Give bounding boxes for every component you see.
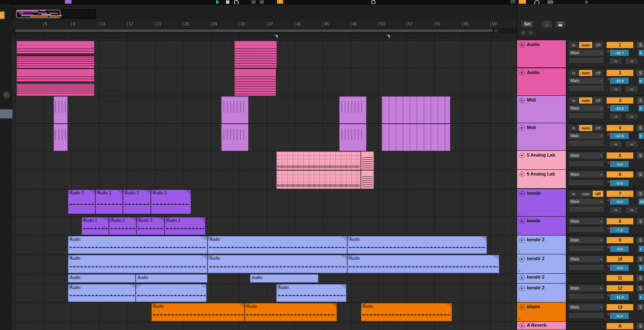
scrollbar-handle[interactable] xyxy=(15,29,493,32)
track-title-block[interactable]: bendir≡ xyxy=(517,189,566,217)
volume-value[interactable]: -3.6 xyxy=(610,265,629,271)
track-number[interactable]: 8 xyxy=(607,218,633,224)
audio-clip[interactable] xyxy=(221,96,249,124)
solo-button[interactable]: S xyxy=(637,323,644,329)
output-routing-select[interactable]: Main▼ xyxy=(569,50,604,56)
horizontal-scrollbar[interactable]: ◁ xyxy=(12,28,517,34)
audio-clip[interactable] xyxy=(339,96,367,124)
solo-button[interactable]: S xyxy=(637,275,644,281)
solo-button[interactable]: S xyxy=(637,42,644,48)
volume-value[interactable]: -15.0 xyxy=(610,78,629,84)
monitor-in-button[interactable]: In xyxy=(569,191,579,197)
ruler-bar-number[interactable]: 33 xyxy=(239,22,245,27)
ruler-bar-number[interactable]: 21 xyxy=(155,22,161,27)
ruler-bar-number[interactable]: 13 xyxy=(99,22,105,27)
output-routing-select[interactable]: Main▼ xyxy=(569,218,604,224)
audio-clip[interactable]: Audio 2 xyxy=(136,217,164,235)
audio-clip[interactable] xyxy=(53,124,68,151)
audio-clip[interactable]: Audio 2 xyxy=(123,189,151,214)
locator-marker[interactable] xyxy=(275,35,278,38)
unfold-track-icon[interactable] xyxy=(519,275,525,280)
audio-clip[interactable]: Audio 2 xyxy=(81,217,109,235)
output-routing-select[interactable]: Main▼ xyxy=(569,237,604,243)
audio-clip[interactable] xyxy=(16,83,95,96)
output-routing-select[interactable]: Main▼ xyxy=(569,78,604,84)
audio-clip[interactable]: Audio xyxy=(68,284,136,302)
ruler-bar-number[interactable]: 65 xyxy=(462,22,469,27)
beat-ruler[interactable]: 59131721252933374145495357616569 xyxy=(12,21,517,28)
audio-clip[interactable]: Audio xyxy=(208,236,347,254)
pan-control[interactable] xyxy=(569,246,604,251)
pan-control[interactable] xyxy=(569,58,604,63)
list-icon[interactable] xyxy=(510,0,515,4)
audio-clip[interactable]: Audio 2 xyxy=(109,217,136,235)
output-routing-select[interactable]: Main▼ xyxy=(569,198,604,205)
track-title-block[interactable]: Midi xyxy=(517,96,566,123)
audio-clip[interactable]: ... xyxy=(16,69,95,82)
volume-value[interactable]: -3.6 xyxy=(610,246,629,252)
audio-clip[interactable]: Audio 2 xyxy=(151,189,191,214)
track-number[interactable]: 4 xyxy=(607,125,633,131)
set-button[interactable]: Set xyxy=(522,21,533,28)
monitor-off-button[interactable]: Off xyxy=(593,42,604,48)
monitor-off-button[interactable]: Off xyxy=(593,191,604,197)
monitor-in-button[interactable]: In xyxy=(569,70,579,76)
ruler-bar-number[interactable]: 49 xyxy=(351,22,357,27)
solo-button[interactable]: S xyxy=(637,70,644,76)
track-number[interactable]: 13 xyxy=(607,304,633,310)
ruler-bar-number[interactable]: 45 xyxy=(323,22,329,27)
audio-clip[interactable]: Audio xyxy=(68,236,208,254)
fold-track-icon[interactable] xyxy=(519,256,525,262)
track-title-block[interactable]: A Reverb xyxy=(517,322,566,330)
ruler-bar-number[interactable]: 53 xyxy=(379,22,385,27)
audio-clip[interactable]: Audio xyxy=(151,303,245,321)
monitor-off-button[interactable]: Off xyxy=(593,125,604,131)
output-routing-select[interactable]: Main▼ xyxy=(569,133,604,139)
volume-value[interactable]: -5.4 xyxy=(610,313,629,319)
rail-orange-chip[interactable] xyxy=(0,12,5,19)
volume-value[interactable]: -11.0 xyxy=(610,294,629,300)
audio-clip[interactable] xyxy=(361,170,374,189)
track-number[interactable]: 6 xyxy=(607,171,633,178)
audio-clip[interactable]: Audio xyxy=(68,274,136,283)
monitor-auto-button[interactable]: Auto xyxy=(579,97,593,104)
ruler-bar-number[interactable]: 25 xyxy=(183,22,189,27)
volume-value[interactable]: -15.5 xyxy=(610,105,629,111)
ruler-bar-number[interactable]: 37 xyxy=(267,22,273,27)
fold-track-icon[interactable] xyxy=(519,42,525,48)
pan-control[interactable] xyxy=(569,161,604,166)
pan-control[interactable] xyxy=(569,180,604,185)
volume-value[interactable]: -5.6 xyxy=(610,198,629,205)
track-number[interactable]: 7 xyxy=(607,191,633,197)
more-options-button[interactable]: ⋯ xyxy=(3,91,10,99)
solo-button[interactable]: S xyxy=(637,125,644,131)
audio-clip[interactable]: Audio xyxy=(245,303,337,321)
play-icon[interactable] xyxy=(216,0,219,4)
ruler-bar-number[interactable]: 5 xyxy=(43,22,47,27)
toolbar-chip-icon[interactable] xyxy=(547,0,553,4)
audio-clip[interactable]: Audio xyxy=(361,303,452,321)
pan-control[interactable] xyxy=(569,206,604,212)
output-routing-select[interactable]: Main▼ xyxy=(569,171,604,178)
volume-value[interactable]: -7.2 xyxy=(610,227,629,233)
track-title-block[interactable]: bendir 2≡ xyxy=(517,284,566,302)
undo-icon[interactable] xyxy=(252,0,256,4)
pan-control[interactable] xyxy=(569,294,604,299)
automation-arm-icon[interactable] xyxy=(277,0,283,4)
fold-track-icon[interactable] xyxy=(519,125,525,131)
track-title-block[interactable]: bendir 2≡ xyxy=(517,254,566,274)
send-value-partial[interactable]: 5 xyxy=(639,133,644,139)
locator-marker[interactable] xyxy=(387,35,390,38)
send-value-partial[interactable]: 5 xyxy=(639,105,644,111)
fold-track-icon[interactable] xyxy=(519,98,525,103)
fold-track-icon[interactable] xyxy=(519,172,525,177)
audio-clip[interactable]: Audio 2 xyxy=(164,217,205,235)
track-title-block[interactable]: bendir 2≡ xyxy=(517,235,566,254)
solo-button[interactable]: S xyxy=(637,171,644,178)
pan-control[interactable] xyxy=(569,227,604,232)
monitor-in-button[interactable]: In xyxy=(569,42,579,48)
monitor-off-button[interactable]: Off xyxy=(593,70,604,76)
track-number[interactable]: 1 xyxy=(607,42,633,48)
monitor-in-button[interactable]: In xyxy=(569,125,579,131)
volume-value[interactable]: -5.8 xyxy=(610,161,629,167)
